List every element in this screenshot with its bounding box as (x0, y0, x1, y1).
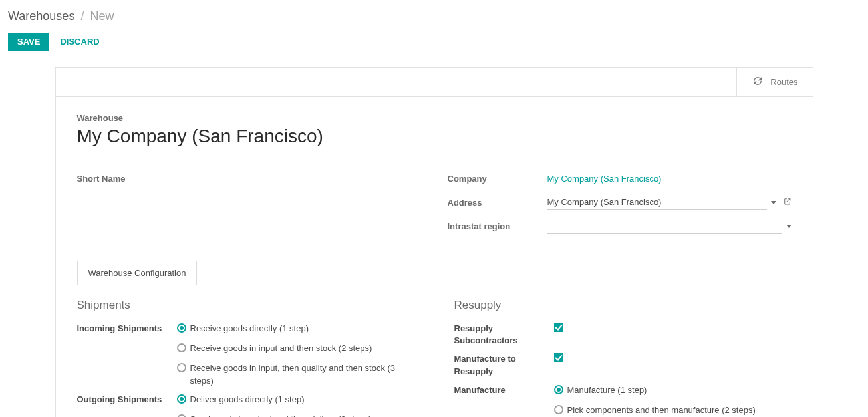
chevron-down-icon[interactable] (786, 225, 792, 228)
discard-button[interactable]: DISCARD (57, 33, 102, 51)
company-link[interactable]: My Company (San Francisco) (547, 174, 662, 184)
save-button[interactable]: SAVE (8, 33, 49, 51)
incoming-option-1[interactable]: Receive goods directly (1 step) (177, 323, 414, 335)
external-link-icon[interactable] (783, 197, 792, 208)
shipments-title: Shipments (77, 299, 414, 312)
radio-icon (177, 394, 186, 404)
resupply-subcontractors-checkbox[interactable] (554, 323, 563, 332)
outgoing-shipments-label: Outgoing Shipments (77, 394, 177, 406)
resupply-subcontractors-label: Resupply Subcontractors (454, 323, 554, 347)
radio-icon (177, 343, 186, 352)
routes-button[interactable]: Routes (736, 68, 812, 96)
company-label: Company (448, 174, 547, 184)
short-name-input[interactable] (177, 170, 421, 186)
routes-label: Routes (770, 77, 797, 87)
warehouse-name-input[interactable] (77, 124, 792, 150)
intrastat-input[interactable] (547, 218, 782, 234)
manufacture-to-resupply-label: Manufacture to Resupply (454, 353, 554, 377)
outgoing-option-1[interactable]: Deliver goods directly (1 step) (177, 394, 414, 406)
radio-icon (177, 363, 186, 372)
breadcrumb-root[interactable]: Warehouses (8, 9, 74, 23)
radio-icon (554, 385, 563, 394)
address-label: Address (448, 198, 547, 208)
refresh-icon (752, 75, 764, 89)
manufacture-label: Manufacture (454, 384, 554, 396)
toolbar: Warehouses / New SAVE DISCARD (0, 0, 868, 59)
radio-icon (177, 323, 186, 333)
outgoing-option-2[interactable]: Send goods in output and then deliver (2… (177, 414, 414, 417)
breadcrumb-separator: / (80, 9, 84, 23)
tab-warehouse-configuration[interactable]: Warehouse Configuration (77, 261, 198, 285)
radio-icon (554, 405, 563, 414)
intrastat-label: Intrastat region (448, 221, 547, 231)
button-box: Routes (56, 68, 813, 97)
warehouse-title-label: Warehouse (77, 113, 792, 123)
short-name-label: Short Name (77, 174, 177, 184)
manufacture-option-1[interactable]: Manufacture (1 step) (554, 384, 792, 396)
incoming-option-2[interactable]: Receive goods in input and then stock (2… (177, 343, 414, 354)
resupply-title: Resupply (454, 299, 792, 312)
incoming-option-3[interactable]: Receive goods in input, then quality and… (177, 362, 414, 386)
form-sheet: Routes Warehouse Short Name Company (55, 67, 813, 417)
incoming-shipments-label: Incoming Shipments (77, 323, 177, 335)
radio-icon (177, 414, 186, 417)
chevron-down-icon[interactable] (771, 201, 776, 204)
manufacture-option-2[interactable]: Pick components and then manufacture (2 … (554, 404, 792, 416)
manufacture-to-resupply-checkbox[interactable] (554, 353, 563, 362)
breadcrumb: Warehouses / New (8, 7, 860, 23)
breadcrumb-current: New (90, 9, 114, 23)
address-input[interactable] (547, 194, 767, 210)
